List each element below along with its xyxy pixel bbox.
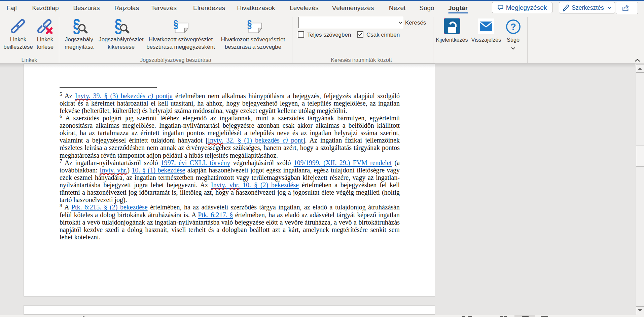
svg-text:?: ? (510, 22, 516, 32)
svg-text:§: § (247, 18, 252, 30)
svg-text:§: § (174, 18, 178, 30)
